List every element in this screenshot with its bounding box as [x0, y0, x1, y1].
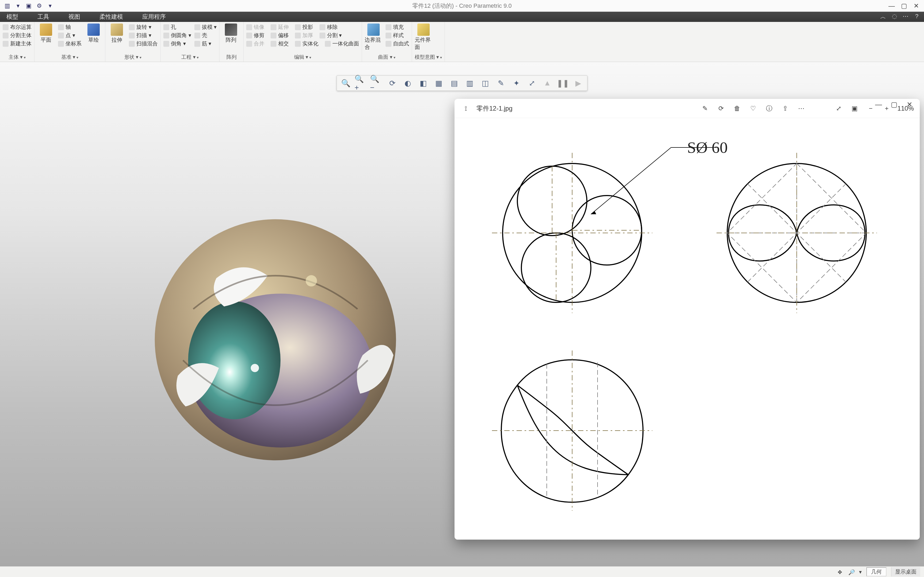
viewer-info-button[interactable]: ⓘ	[764, 103, 775, 114]
play-button[interactable]: ▶	[572, 77, 585, 89]
cmd-boolean[interactable]: 布尔运算	[3, 24, 32, 31]
cmd-split[interactable]: 分割 ▾	[320, 32, 342, 39]
datum-display-button[interactable]: ✦	[510, 77, 523, 89]
cmd-merge[interactable]: 合并	[246, 40, 265, 47]
cmd-trim[interactable]: 修剪	[246, 32, 265, 39]
cmd-mirror[interactable]: 镜像	[246, 24, 265, 31]
qat-dropdown-icon[interactable]: ▾	[47, 2, 53, 9]
model-3d-view[interactable]	[147, 211, 404, 468]
cmd-split-body[interactable]: 分割主体	[3, 32, 32, 39]
viewer-canvas[interactable]: SØ 60	[454, 118, 920, 540]
zoom-fit-button[interactable]: 🔍	[339, 77, 352, 89]
maximize-button[interactable]: ▢	[898, 1, 910, 11]
cmd-solidify[interactable]: 实体化	[295, 40, 318, 47]
shaded-button[interactable]: ◐	[401, 77, 414, 89]
saved-view-button[interactable]: ⤢	[525, 77, 538, 89]
qat-settings-icon[interactable]: ⚙	[36, 2, 43, 9]
cmd-offset[interactable]: 偏移	[271, 32, 289, 39]
traffic-light-icon[interactable]: ▲	[541, 77, 554, 89]
qat-close-window-icon[interactable]: ▣	[25, 2, 32, 9]
cmd-round[interactable]: 倒圆角 ▾	[163, 32, 191, 39]
cmd-intersect[interactable]: 相交	[271, 40, 289, 47]
cmd-revolve[interactable]: 旋转 ▾	[129, 24, 158, 31]
cmd-csys[interactable]: 坐标系	[58, 40, 82, 47]
viewer-favorite-button[interactable]: ♡	[748, 103, 759, 114]
cmd-boundary-blend[interactable]: 边界混合	[365, 24, 382, 51]
zoom-in-button[interactable]: 🔍+	[355, 77, 368, 89]
draft-icon	[194, 24, 200, 30]
cmd-sweep[interactable]: 扫描 ▾	[129, 32, 158, 39]
group-label-engineering[interactable]: 工程 ▾	[163, 53, 216, 61]
group-label-datum[interactable]: 基准 ▾	[37, 53, 102, 61]
group-label-shape[interactable]: 形状 ▾	[108, 53, 158, 61]
cmd-integrate-surf[interactable]: 一体化曲面	[325, 40, 359, 47]
ribbon-options-icon[interactable]: ⋯	[901, 13, 909, 21]
tab-applications[interactable]: 应用程序	[139, 12, 170, 22]
selection-filter[interactable]: 几何	[866, 567, 886, 576]
annotation-button[interactable]: ✎	[494, 77, 507, 89]
cmd-pattern[interactable]: 阵列	[222, 24, 240, 44]
group-label-model-intent[interactable]: 模型意图 ▾	[415, 53, 442, 61]
viewer-close-button[interactable]: ✕	[902, 100, 917, 109]
tab-view[interactable]: 视图	[65, 12, 84, 22]
selection-filter-dropdown-arrow[interactable]: ▾	[859, 569, 862, 575]
cmd-new-body[interactable]: 新建主体	[3, 40, 32, 47]
cmd-chamfer[interactable]: 倒角 ▾	[163, 40, 191, 47]
tab-flexible-modeling[interactable]: 柔性建模	[96, 12, 127, 22]
cmd-axis[interactable]: 轴	[58, 24, 82, 31]
cmd-style[interactable]: 样式	[386, 32, 409, 39]
minimize-button[interactable]: —	[885, 1, 898, 11]
show-desktop-button[interactable]: 显示桌面	[891, 567, 920, 577]
style-icon	[386, 32, 391, 39]
cmd-thicken[interactable]: 加厚	[295, 32, 313, 39]
pattern-icon	[225, 24, 237, 36]
cmd-swept-blend[interactable]: 扫描混合	[129, 40, 158, 47]
new-body-icon	[3, 41, 8, 47]
viewer-more-button[interactable]: ⋯	[796, 103, 807, 114]
cmd-plane[interactable]: 平面	[37, 24, 55, 44]
cmd-project[interactable]: 投影	[295, 24, 313, 31]
find-icon[interactable]: 🔎	[848, 569, 854, 575]
shaded-edges-button[interactable]: ◧	[417, 77, 430, 89]
ribbon-search-icon[interactable]: ◌	[890, 13, 898, 21]
group-label-edit[interactable]: 编辑 ▾	[246, 53, 359, 61]
viewer-delete-button[interactable]: 🗑	[732, 103, 743, 114]
cmd-draft[interactable]: 拔模 ▾	[194, 24, 217, 31]
cmd-fill[interactable]: 填充	[386, 24, 409, 31]
repaint-button[interactable]: ⟳	[386, 77, 399, 89]
viewer-share-button[interactable]: ⇪	[780, 103, 791, 114]
qat-chevron-icon[interactable]: ▾	[15, 2, 21, 9]
cmd-freestyle[interactable]: 自由式	[386, 40, 409, 47]
viewer-slideshow-button[interactable]: ▣	[850, 103, 860, 114]
qat-file-icon[interactable]: ▥	[4, 2, 11, 9]
cmd-component-interface[interactable]: 元件界面	[415, 24, 432, 51]
ribbon-collapse-icon[interactable]: ︿	[879, 13, 887, 21]
cmd-remove[interactable]: 移除	[320, 24, 338, 31]
pause-button[interactable]: ❚❚	[556, 77, 569, 89]
zoom-out-button[interactable]: 🔍−	[370, 77, 383, 89]
hidden-button[interactable]: ▥	[463, 77, 477, 89]
cmd-extend[interactable]: 延伸	[271, 24, 289, 31]
smart-filter-icon[interactable]: ✥	[838, 569, 843, 575]
ribbon-help-icon[interactable]: ?	[913, 13, 921, 21]
tab-model[interactable]: 模型	[3, 12, 22, 22]
cmd-hole[interactable]: 孔	[163, 24, 191, 31]
viewer-app-icon[interactable]: ⟟	[460, 103, 471, 114]
group-label-body[interactable]: 主体 ▾	[3, 53, 32, 61]
wireframe-button[interactable]: ▦	[432, 77, 446, 89]
cmd-sketch[interactable]: 草绘	[85, 24, 102, 44]
viewer-minimize-button[interactable]: —	[871, 100, 886, 109]
group-label-surface[interactable]: 曲面 ▾	[365, 53, 409, 61]
no-hidden-button[interactable]: ▤	[447, 77, 461, 89]
cmd-point[interactable]: 点 ▾	[58, 32, 82, 39]
perspective-button[interactable]: ◫	[478, 77, 492, 89]
cmd-shell[interactable]: 壳	[194, 32, 217, 39]
close-button[interactable]: ✕	[910, 1, 922, 11]
viewer-fullscreen-button[interactable]: ⤢	[834, 103, 844, 114]
viewer-edit-button[interactable]: ✎	[700, 103, 711, 114]
cmd-rib[interactable]: 筋 ▾	[194, 40, 217, 47]
viewer-maximize-button[interactable]: ▢	[887, 100, 901, 109]
viewer-rotate-button[interactable]: ⟳	[716, 103, 727, 114]
cmd-extrude[interactable]: 拉伸	[108, 24, 126, 44]
tab-tools[interactable]: 工具	[34, 12, 53, 22]
